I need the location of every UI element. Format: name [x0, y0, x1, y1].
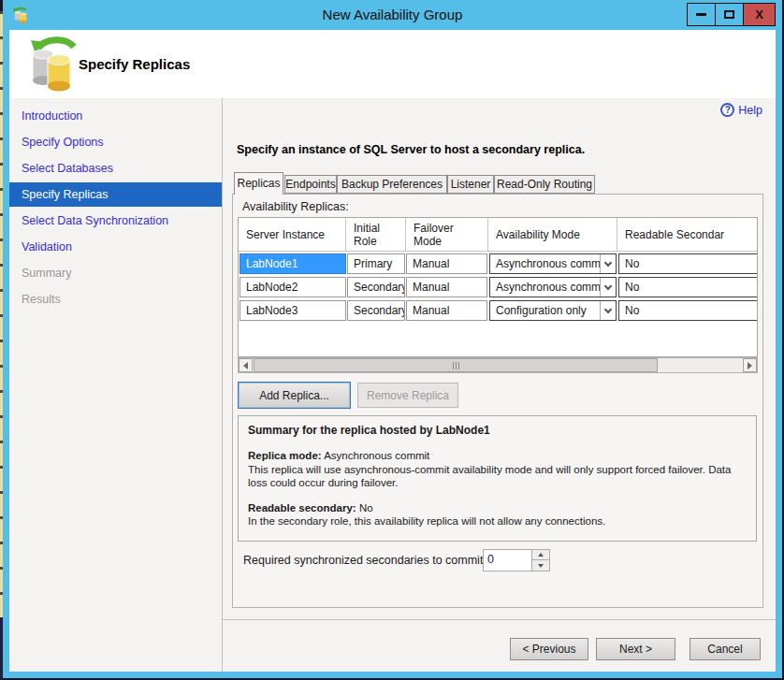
- remove-replica-button: Remove Replica: [357, 383, 458, 408]
- readable-secondary-value: No: [359, 502, 373, 514]
- previous-button[interactable]: < Previous: [510, 638, 588, 660]
- spinner-down-button[interactable]: [532, 560, 549, 571]
- dropdown-value: Asynchronous commit: [496, 257, 606, 270]
- title-bar[interactable]: New Availability Group X: [9, 0, 776, 30]
- dialog-client-area: Specify Replicas Introduction Specify Op…: [9, 30, 776, 672]
- readable-secondary-line: Readable secondary: No: [248, 501, 747, 514]
- grip-icon: [456, 362, 457, 369]
- replica-mode-value: Asynchronous commit: [324, 450, 429, 461]
- cell-initial-role[interactable]: Primary: [347, 253, 405, 274]
- chevron-down-icon[interactable]: [600, 254, 616, 273]
- tab-backup-preferences[interactable]: Backup Preferences: [337, 175, 447, 194]
- sidebar-item-select-databases[interactable]: Select Databases: [9, 155, 222, 181]
- grid-header-row: Server Instance Initial Role Failover Mo…: [239, 218, 758, 252]
- footer-divider: [223, 619, 776, 620]
- spinner-value[interactable]: 0: [487, 553, 529, 569]
- sidebar-item-validation[interactable]: Validation: [9, 234, 222, 260]
- replica-mode-line: Replica mode: Asynchronous commit: [248, 449, 747, 462]
- sidebar-item-specify-replicas[interactable]: Specify Replicas: [9, 182, 222, 207]
- maximize-button[interactable]: [715, 3, 744, 26]
- help-label: Help: [738, 104, 762, 117]
- cell-server-instance[interactable]: LabNode3: [240, 300, 346, 321]
- sidebar-item-results: Results: [9, 286, 222, 312]
- wizard-header: Specify Replicas: [9, 30, 776, 98]
- wizard-content-pane: ? Help Specify an instance of SQL Server…: [223, 98, 776, 672]
- scroll-left-arrow[interactable]: [239, 358, 253, 372]
- sidebar-item-select-data-synchronization[interactable]: Select Data Synchronization: [9, 208, 222, 234]
- readable-secondary-label: Readable secondary:: [248, 502, 356, 514]
- cell-failover-mode[interactable]: Manual: [406, 300, 487, 321]
- column-header-server-instance[interactable]: Server Instance: [239, 218, 346, 252]
- scroll-right-arrow[interactable]: [743, 358, 757, 372]
- horizontal-scrollbar[interactable]: [238, 357, 758, 373]
- dialog-window: New Availability Group X Specify Replica…: [3, 0, 782, 678]
- minimize-icon: [696, 13, 706, 16]
- help-link[interactable]: ? Help: [720, 103, 762, 117]
- cancel-button[interactable]: Cancel: [690, 638, 761, 660]
- column-header-initial-role[interactable]: Initial Role: [346, 218, 406, 252]
- sidebar-item-specify-options[interactable]: Specify Options: [9, 129, 222, 155]
- required-secondaries-spinner[interactable]: 0: [483, 549, 550, 571]
- instruction-text: Specify an instance of SQL Server to hos…: [237, 143, 585, 156]
- readable-secondary-description: In the secondary role, this availability…: [248, 514, 747, 528]
- tab-listener[interactable]: Listener: [447, 175, 494, 194]
- required-secondaries-label: Required synchronized secondaries to com…: [243, 554, 483, 567]
- column-header-readable-secondary[interactable]: Readable Secondar: [617, 218, 758, 252]
- table-row[interactable]: LabNode1 Primary Manual Asynchronous com…: [239, 253, 758, 274]
- close-icon: X: [755, 7, 763, 22]
- add-replica-button[interactable]: Add Replica...: [238, 382, 351, 409]
- minimize-button[interactable]: [687, 3, 716, 26]
- replicas-tab-page: Availability Replicas: Server Instance I…: [232, 194, 763, 608]
- availability-mode-dropdown[interactable]: Asynchronous commit: [489, 277, 617, 297]
- availability-mode-dropdown[interactable]: Asynchronous commit: [489, 253, 617, 274]
- sidebar-item-summary: Summary: [9, 260, 222, 286]
- column-header-failover-mode[interactable]: Failover Mode: [406, 218, 488, 252]
- close-button[interactable]: X: [743, 3, 776, 26]
- cell-failover-mode[interactable]: Manual: [406, 253, 487, 274]
- table-row[interactable]: LabNode2 Secondary Manual Asynchronous c…: [239, 277, 758, 297]
- arrow-right-icon: [748, 362, 752, 369]
- arrow-down-icon: [538, 564, 544, 568]
- maximize-icon: [724, 10, 734, 19]
- cell-server-instance[interactable]: LabNode1: [240, 253, 346, 274]
- tab-replicas[interactable]: Replicas: [234, 172, 283, 195]
- availability-replicas-label: Availability Replicas:: [242, 200, 349, 213]
- page-title: Specify Replicas: [79, 56, 190, 72]
- table-row[interactable]: LabNode3 Secondary Manual Configuration …: [239, 300, 758, 321]
- cell-initial-role[interactable]: Secondary: [347, 300, 405, 321]
- tab-endpoints[interactable]: Endpoints: [284, 175, 337, 194]
- spinner-up-button[interactable]: [532, 550, 549, 560]
- wizard-sidebar: Introduction Specify Options Select Data…: [9, 98, 223, 672]
- window-controls: X: [688, 3, 776, 26]
- wizard-steps: Introduction Specify Options Select Data…: [9, 103, 222, 312]
- next-button[interactable]: Next >: [596, 638, 675, 660]
- arrow-up-icon: [538, 553, 544, 557]
- summary-title: Summary for the replica hosted by LabNod…: [248, 424, 747, 438]
- arrow-left-icon: [243, 362, 248, 369]
- replica-summary-panel: Summary for the replica hosted by LabNod…: [238, 415, 757, 542]
- chevron-down-icon[interactable]: [600, 278, 616, 297]
- dropdown-value: Asynchronous commit: [496, 281, 606, 294]
- grip-icon: [453, 362, 454, 369]
- help-icon: ?: [720, 103, 734, 117]
- dropdown-value: Configuration only: [496, 304, 587, 317]
- replicas-grid[interactable]: Server Instance Initial Role Failover Mo…: [238, 217, 758, 357]
- grip-icon: [458, 362, 459, 369]
- replica-mode-description: This replica will use asynchronous-commi…: [248, 463, 747, 490]
- cell-initial-role[interactable]: Secondary: [347, 277, 405, 297]
- spinner-buttons: [531, 550, 549, 571]
- cell-server-instance[interactable]: LabNode2: [240, 277, 346, 297]
- cell-readable-secondary[interactable]: No: [618, 253, 758, 274]
- replica-mode-label: Replica mode:: [248, 450, 322, 461]
- tab-read-only-routing[interactable]: Read-Only Routing: [494, 175, 595, 194]
- database-replica-icon: [26, 35, 80, 93]
- cell-readable-secondary[interactable]: No: [618, 277, 758, 297]
- cell-failover-mode[interactable]: Manual: [406, 277, 487, 297]
- cell-readable-secondary[interactable]: No: [618, 300, 758, 321]
- availability-mode-dropdown[interactable]: Configuration only: [489, 300, 617, 321]
- chevron-down-icon[interactable]: [600, 301, 616, 320]
- window-title: New Availability Group: [9, 7, 776, 22]
- sidebar-item-introduction[interactable]: Introduction: [9, 103, 222, 129]
- scrollbar-thumb[interactable]: [254, 358, 658, 372]
- column-header-availability-mode[interactable]: Availability Mode: [488, 218, 617, 252]
